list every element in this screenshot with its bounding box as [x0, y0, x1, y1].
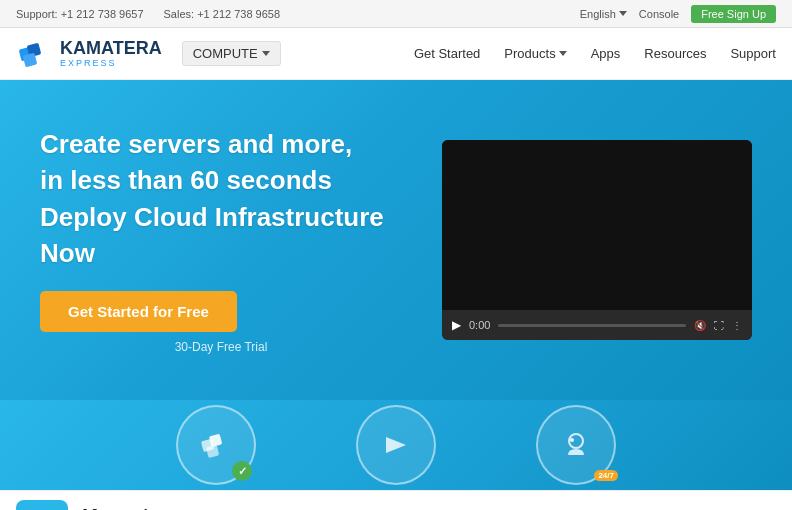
- support-text: Support: +1 212 738 9657: [16, 8, 144, 20]
- hero-title-line3: Deploy Cloud Infrastructure Now: [40, 202, 384, 268]
- site-title: Kamatera: [82, 504, 411, 510]
- nav-products-label: Products: [504, 46, 555, 61]
- icon-kamatera: ✓: [176, 405, 256, 485]
- play-button[interactable]: ▶: [452, 318, 461, 332]
- sales-text: Sales: +1 212 738 9658: [164, 8, 281, 20]
- video-controls: ▶ 0:00 🔇 ⛶ ⋮: [442, 310, 752, 340]
- logo-text-group: KAMATERA EXPRESS: [60, 39, 162, 68]
- checkmark-badge: ✓: [232, 461, 252, 481]
- compute-dropdown-arrow: [262, 51, 270, 56]
- svg-point-8: [570, 438, 574, 442]
- badge-247: 24/7: [594, 470, 618, 481]
- logo-sub: EXPRESS: [60, 58, 162, 68]
- progress-bar[interactable]: [498, 324, 686, 327]
- site-info: Kamatera One Of The Most Trusted VPS Hos…: [82, 504, 411, 510]
- hero-title-line1: Create servers and more,: [40, 129, 352, 159]
- language-dropdown-arrow: [619, 11, 627, 16]
- hero-section: Create servers and more, in less than 60…: [0, 80, 792, 400]
- nav-apps[interactable]: Apps: [591, 46, 621, 61]
- icon-support: 24/7: [536, 405, 616, 485]
- logo-name: KAMATERA: [60, 38, 162, 58]
- compute-label: COMPUTE: [193, 46, 258, 61]
- video-screen: [442, 140, 752, 310]
- bottom-left: Kamatera One Of The Most Trusted VPS Hos…: [16, 500, 411, 511]
- fullscreen-icon[interactable]: ⛶: [714, 320, 724, 331]
- video-player[interactable]: ▶ 0:00 🔇 ⛶ ⋮: [442, 140, 752, 340]
- top-bar-contact: Support: +1 212 738 9657 Sales: +1 212 7…: [16, 8, 280, 20]
- language-selector[interactable]: English: [580, 8, 627, 20]
- console-link[interactable]: Console: [639, 8, 679, 20]
- nav-resources[interactable]: Resources: [644, 46, 706, 61]
- nav-left: KAMATERA EXPRESS COMPUTE: [16, 36, 281, 72]
- top-bar: Support: +1 212 738 9657 Sales: +1 212 7…: [0, 0, 792, 28]
- hero-title: Create servers and more, in less than 60…: [40, 126, 402, 272]
- bottom-bar: Kamatera One Of The Most Trusted VPS Hos…: [0, 490, 792, 510]
- hero-text: Create servers and more, in less than 60…: [40, 126, 402, 355]
- nav-get-started[interactable]: Get Started: [414, 46, 480, 61]
- volume-icon[interactable]: 🔇: [694, 320, 706, 331]
- hero-title-line2: in less than 60 seconds: [40, 165, 332, 195]
- nav-support[interactable]: Support: [730, 46, 776, 61]
- more-options-icon[interactable]: ⋮: [732, 320, 742, 331]
- compute-button[interactable]: COMPUTE: [182, 41, 281, 66]
- svg-marker-6: [386, 437, 406, 453]
- nav-products[interactable]: Products: [504, 46, 566, 61]
- logo-icon: [16, 36, 52, 72]
- site-icon: [16, 500, 68, 511]
- free-trial-text: 30-Day Free Trial: [40, 340, 402, 354]
- icons-row: ✓ 24/7: [0, 400, 792, 490]
- time-display: 0:00: [469, 319, 490, 331]
- logo[interactable]: KAMATERA EXPRESS: [16, 36, 162, 72]
- products-arrow: [559, 51, 567, 56]
- nav-right: Get Started Products Apps Resources Supp…: [414, 46, 776, 61]
- language-label: English: [580, 8, 616, 20]
- icon-arrow: [356, 405, 436, 485]
- get-started-button[interactable]: Get Started for Free: [40, 291, 237, 332]
- free-signup-button[interactable]: Free Sign Up: [691, 5, 776, 23]
- nav-bar: KAMATERA EXPRESS COMPUTE Get Started Pro…: [0, 28, 792, 80]
- top-bar-actions: English Console Free Sign Up: [580, 5, 776, 23]
